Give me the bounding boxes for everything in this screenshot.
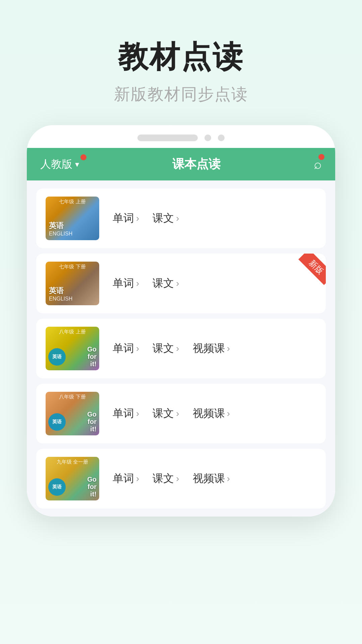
book-2-words-btn[interactable]: 单词 › [113,276,139,291]
chevron-right-icon: › [136,408,139,419]
go-for-it-text: Goforit! [87,411,97,433]
new-badge-label: 新版 [298,254,326,285]
book-cover-5: 九年级 全一册 英语 Goforit! [46,457,99,500]
chevron-down-icon: ▾ [75,160,79,169]
book-cover-1: 七年级 上册 英语 ENGLISH [46,197,99,240]
app-title: 课本点读 [172,156,221,172]
phone-pill [137,135,198,141]
chevron-right-icon: › [227,473,230,484]
phone-top-bar [27,125,335,148]
go-for-it-text: Goforit! [87,476,97,498]
book-item-grade8-vol1[interactable]: 八年级 上册 英语 Goforit! 单词 › 课文 › 视频课 › [36,319,326,378]
cover-top-label-5: 九年级 全一册 [46,459,99,465]
english-circle-badge: 英语 [48,348,66,366]
app-header: 人教版 ▾ 课本点读 ⌕ [27,148,335,180]
page-title: 教材点读 [114,40,248,73]
go-for-it-text: Goforit! [87,345,97,368]
chevron-right-icon: › [176,343,179,354]
new-version-badge: 新版 [292,254,326,287]
book-1-text-btn[interactable]: 课文 › [153,211,179,226]
book-5-words-btn[interactable]: 单词 › [113,471,139,486]
book-cover-2: 七年级 下册 英语 ENGLISH [46,262,99,305]
chevron-right-icon: › [136,213,139,224]
search-notification-dot [318,154,324,160]
page-header: 教材点读 新版教材同步点读 [114,0,248,125]
chevron-right-icon: › [176,213,179,224]
chevron-right-icon: › [176,473,179,484]
chevron-right-icon: › [136,278,139,289]
chevron-right-icon: › [227,343,230,354]
search-button[interactable]: ⌕ [314,157,322,172]
book-3-video-btn[interactable]: 视频课 › [193,341,230,356]
cover-top-label-4: 八年级 下册 [46,394,99,400]
book-cover-4: 八年级 下册 英语 Goforit! [46,392,99,435]
edition-selector[interactable]: 人教版 ▾ [40,157,79,172]
book-3-text-btn[interactable]: 课文 › [153,341,179,356]
book-item-grade7-vol2[interactable]: 七年级 下册 英语 ENGLISH 单词 › 课文 › 新版 [36,254,326,313]
book-item-grade9-vol1[interactable]: 九年级 全一册 英语 Goforit! 单词 › 课文 › 视频课 › [36,449,326,508]
edition-label: 人教版 [40,157,72,172]
book-item-grade8-vol2[interactable]: 八年级 下册 英语 Goforit! 单词 › 课文 › 视频课 › [36,384,326,443]
book-cover-3: 八年级 上册 英语 Goforit! [46,327,99,370]
book-2-text-btn[interactable]: 课文 › [153,276,179,291]
chevron-right-icon: › [227,408,230,419]
book-1-words-btn[interactable]: 单词 › [113,211,139,226]
book-5-video-btn[interactable]: 视频课 › [193,471,230,486]
chevron-right-icon: › [136,343,139,354]
edition-notification-dot [80,154,86,160]
chevron-right-icon: › [176,278,179,289]
book-4-words-btn[interactable]: 单词 › [113,406,139,421]
cover-text-2: 英语 ENGLISH [49,286,96,302]
page-subtitle: 新版教材同步点读 [114,84,248,105]
book-list: 七年级 上册 英语 ENGLISH 单词 › 课文 › [27,180,335,517]
cover-text-1: 英语 ENGLISH [49,221,96,237]
phone-dot-2 [218,135,225,141]
english-circle-badge: 英语 [48,413,66,431]
chevron-right-icon: › [176,408,179,419]
book-3-actions: 单词 › 课文 › 视频课 › [113,341,316,356]
book-5-text-btn[interactable]: 课文 › [153,471,179,486]
book-2-actions: 单词 › 课文 › [113,276,316,291]
book-3-words-btn[interactable]: 单词 › [113,341,139,356]
book-4-text-btn[interactable]: 课文 › [153,406,179,421]
chevron-right-icon: › [136,473,139,484]
english-circle-badge: 英语 [48,478,66,496]
book-4-video-btn[interactable]: 视频课 › [193,406,230,421]
phone-dot-1 [204,135,211,141]
book-1-actions: 单词 › 课文 › [113,211,316,226]
cover-top-label-2: 七年级 下册 [46,264,99,270]
phone-container: 人教版 ▾ 课本点读 ⌕ 七年级 上册 英语 ENGLISH [27,125,335,517]
cover-top-label-1: 七年级 上册 [46,199,99,205]
book-4-actions: 单词 › 课文 › 视频课 › [113,406,316,421]
book-5-actions: 单词 › 课文 › 视频课 › [113,471,316,486]
cover-top-label-3: 八年级 上册 [46,329,99,335]
book-item-grade7-vol1[interactable]: 七年级 上册 英语 ENGLISH 单词 › 课文 › [36,189,326,248]
